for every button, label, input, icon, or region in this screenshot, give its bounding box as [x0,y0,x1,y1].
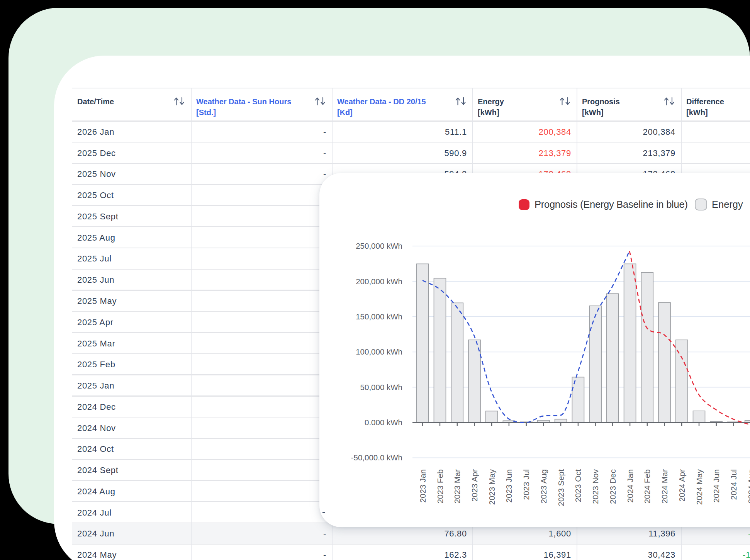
svg-text:2024 Aug: 2024 Aug [747,469,750,504]
svg-text:2024 May: 2024 May [695,469,704,505]
svg-text:2023 Mar: 2023 Mar [453,469,462,504]
svg-text:2024 Apr: 2024 Apr [677,469,686,502]
svg-text:2024 Feb: 2024 Feb [643,469,652,504]
svg-text:2023 Oct: 2023 Oct [574,469,582,502]
svg-text:2023 Jun: 2023 Jun [504,469,513,502]
svg-text:2023 Dec: 2023 Dec [608,469,617,504]
svg-text:2023 May: 2023 May [487,469,496,505]
svg-text:2024 Jan: 2024 Jan [626,469,635,502]
svg-text:2024 Mar: 2024 Mar [660,469,669,504]
svg-text:2023 Nov: 2023 Nov [591,469,600,504]
svg-text:2024 Jul: 2024 Jul [729,469,738,500]
svg-text:2023 Apr: 2023 Apr [470,469,479,502]
svg-text:2023 Jul: 2023 Jul [522,469,531,500]
svg-text:2023 Jan: 2023 Jan [418,469,427,502]
svg-text:2023 Sept: 2023 Sept [557,469,565,506]
svg-text:2023 Aug: 2023 Aug [539,469,548,504]
svg-text:2023 Feb: 2023 Feb [436,469,445,504]
svg-text:2024 Jun: 2024 Jun [712,469,721,502]
